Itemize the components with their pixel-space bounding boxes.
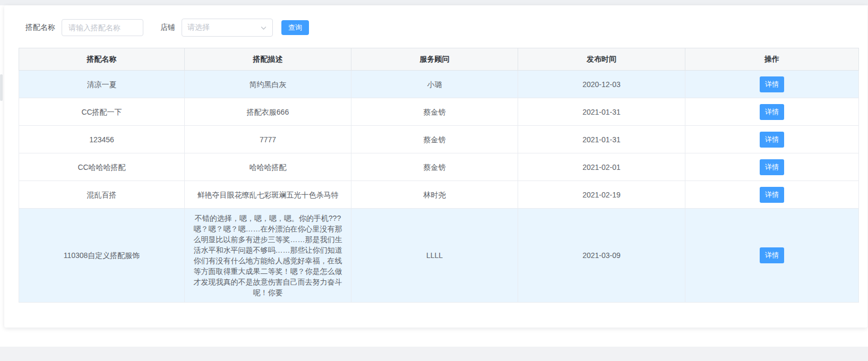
- cell-name: 清凉一夏: [19, 71, 185, 98]
- cell-name: CC搭配一下: [19, 98, 185, 126]
- outfit-table: 搭配名称 搭配描述 服务顾问 发布时间 操作 清凉一夏 简约黑白灰 小璐 202…: [19, 48, 859, 303]
- cell-advisor: 蔡金镑: [351, 126, 518, 153]
- outfit-name-input[interactable]: [62, 19, 143, 36]
- detail-button[interactable]: 详情: [760, 247, 784, 263]
- chevron-down-icon: [260, 24, 267, 31]
- cell-name: 110308自定义搭配服饰: [19, 209, 185, 303]
- cell-publish-time: 2021-01-31: [518, 126, 685, 153]
- cell-actions: 详情: [685, 209, 859, 303]
- cell-advisor: 蔡金镑: [351, 153, 518, 181]
- column-header-publish-time: 发布时间: [518, 48, 685, 71]
- cell-description: 7777: [185, 126, 351, 153]
- cell-description: 搭配衣服666: [185, 98, 351, 126]
- table-row: 清凉一夏 简约黑白灰 小璐 2020-12-03 详情: [19, 71, 859, 98]
- cell-advisor: 林时尧: [351, 181, 518, 209]
- table-row: 123456 7777 蔡金镑 2021-01-31 详情: [19, 126, 859, 153]
- cell-actions: 详情: [685, 98, 859, 126]
- cell-publish-time: 2021-02-01: [518, 153, 685, 181]
- column-header-name: 搭配名称: [19, 48, 185, 71]
- cell-actions: 详情: [685, 71, 859, 98]
- cell-publish-time: 2021-01-31: [518, 98, 685, 126]
- column-header-description: 搭配描述: [185, 48, 351, 71]
- search-button[interactable]: 查询: [281, 20, 309, 35]
- cell-advisor: 小璐: [351, 71, 518, 98]
- detail-button[interactable]: 详情: [760, 104, 784, 120]
- cell-advisor: LLLL: [351, 209, 518, 303]
- cell-description: 简约黑白灰: [185, 71, 351, 98]
- cell-publish-time: 2021-02-19: [518, 181, 685, 209]
- cell-description: 哈哈哈搭配: [185, 153, 351, 181]
- page-bottom-gutter: [0, 347, 868, 361]
- table-row: CC哈哈哈搭配 哈哈哈搭配 蔡金镑 2021-02-01 详情: [19, 153, 859, 181]
- outfit-name-label: 搭配名称: [25, 23, 55, 32]
- cell-actions: 详情: [685, 181, 859, 209]
- detail-button[interactable]: 详情: [760, 132, 784, 148]
- filter-bar: 搭配名称 店铺 请选择 查询: [25, 19, 867, 37]
- column-header-advisor: 服务顾问: [351, 48, 518, 71]
- cell-name: 混乱百搭: [19, 181, 185, 209]
- content-card: 搭配名称 店铺 请选择 查询 搭配名称 搭配描述 服务顾问 发布时间 操作: [4, 5, 867, 328]
- cell-description: 鲜艳夺目眼花缭乱七彩斑斓五光十色杀马特: [185, 181, 351, 209]
- table-row: 混乱百搭 鲜艳夺目眼花缭乱七彩斑斓五光十色杀马特 林时尧 2021-02-19 …: [19, 181, 859, 209]
- cell-publish-time: 2021-03-09: [518, 209, 685, 303]
- shop-select-placeholder: 请选择: [187, 23, 210, 32]
- cell-actions: 详情: [685, 126, 859, 153]
- page-top-gutter: [0, 0, 868, 5]
- cell-name: CC哈哈哈搭配: [19, 153, 185, 181]
- detail-button[interactable]: 详情: [760, 187, 784, 203]
- table-row: CC搭配一下 搭配衣服666 蔡金镑 2021-01-31 详情: [19, 98, 859, 126]
- shop-label: 店铺: [160, 23, 175, 32]
- left-scrollbar-thumb[interactable]: [0, 74, 3, 101]
- cell-description: 不错的选择，嗯，嗯，嗯，嗯。你的手机???嗯？嗯？嗯？嗯……在外漂泊在你心里没有…: [185, 209, 351, 303]
- column-header-actions: 操作: [685, 48, 859, 71]
- table-header-row: 搭配名称 搭配描述 服务顾问 发布时间 操作: [19, 48, 859, 71]
- shop-select[interactable]: 请选择: [182, 19, 273, 37]
- cell-publish-time: 2020-12-03: [518, 71, 685, 98]
- cell-actions: 详情: [685, 153, 859, 181]
- detail-button[interactable]: 详情: [760, 159, 784, 175]
- cell-name: 123456: [19, 126, 185, 153]
- table-row: 110308自定义搭配服饰 不错的选择，嗯，嗯，嗯，嗯。你的手机???嗯？嗯？嗯…: [19, 209, 859, 303]
- detail-button[interactable]: 详情: [760, 76, 784, 92]
- cell-advisor: 蔡金镑: [351, 98, 518, 126]
